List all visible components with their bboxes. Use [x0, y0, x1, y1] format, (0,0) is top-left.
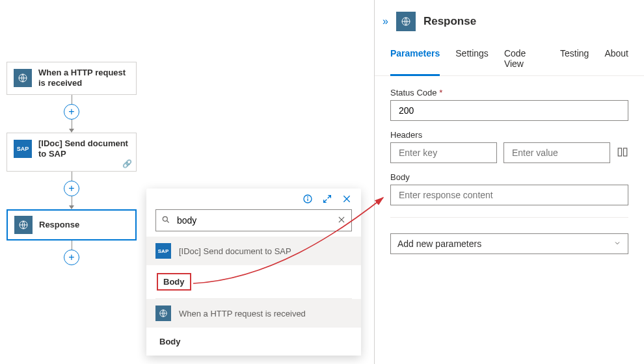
header-key-input[interactable] — [390, 142, 497, 163]
request-trigger-icon — [14, 69, 32, 87]
body-input[interactable] — [390, 185, 628, 205]
tab-parameters[interactable]: Parameters — [390, 46, 440, 76]
tab-about[interactable]: About — [604, 46, 628, 75]
workflow-step-trigger[interactable]: When a HTTP request is received — [7, 62, 137, 95]
search-icon — [161, 215, 170, 226]
dynamic-content-popup: SAP [IDoc] Send document to SAP Body Whe… — [146, 188, 361, 356]
token-item[interactable]: Body — [146, 265, 361, 298]
status-code-field: Status Code * — [390, 88, 628, 121]
field-label: Status Code — [390, 88, 437, 98]
toggle-text-mode-icon[interactable] — [617, 146, 628, 160]
token-group-request[interactable]: When a HTTP request is received — [146, 299, 361, 328]
token-group-sap[interactable]: SAP [IDoc] Send document to SAP — [146, 237, 361, 265]
sap-connector-icon: SAP — [155, 243, 171, 259]
header-value-input[interactable] — [503, 142, 610, 163]
insert-step-button[interactable]: + — [64, 181, 79, 196]
body-token[interactable]: Body — [157, 273, 191, 291]
field-label: Headers — [390, 130, 628, 140]
body-token[interactable]: Body — [157, 335, 183, 348]
search-field[interactable] — [176, 214, 332, 226]
status-code-input[interactable] — [390, 100, 628, 121]
select-label: Add new parameters — [397, 239, 481, 249]
insert-step-button[interactable]: + — [64, 104, 79, 120]
tab-settings[interactable]: Settings — [455, 46, 489, 75]
svg-point-4 — [308, 197, 308, 198]
connector: + — [7, 240, 137, 265]
step-label: Response — [39, 220, 79, 230]
collapse-panel-icon[interactable]: » — [382, 16, 388, 27]
chevron-down-icon — [613, 239, 621, 249]
step-label: [IDoc] Send document to SAP — [38, 138, 129, 160]
clear-search-icon[interactable] — [337, 215, 346, 226]
insert-step-button[interactable]: + — [64, 250, 79, 265]
response-action-icon — [396, 12, 416, 31]
tab-code-view[interactable]: Code View — [504, 46, 544, 75]
tab-testing[interactable]: Testing — [560, 46, 589, 75]
svg-rect-10 — [624, 148, 627, 156]
panel-title: Response — [423, 15, 476, 28]
required-indicator: * — [439, 88, 442, 98]
close-icon[interactable] — [342, 194, 352, 204]
panel-tabs: Parameters Settings Code View Testing Ab… — [375, 40, 644, 76]
info-icon[interactable] — [302, 194, 313, 204]
connector: + — [7, 172, 137, 209]
field-label: Body — [390, 172, 628, 182]
svg-line-6 — [167, 220, 169, 222]
connection-indicator-icon: 🔗 — [122, 159, 132, 168]
response-action-icon — [14, 216, 33, 234]
svg-rect-9 — [618, 148, 621, 156]
token-item[interactable]: Body — [146, 328, 361, 356]
svg-point-5 — [163, 216, 167, 221]
token-group-label: [IDoc] Send document to SAP — [179, 246, 291, 256]
action-settings-panel: » Response Parameters Settings Code View… — [374, 0, 644, 364]
token-group-label: When a HTTP request is received — [179, 309, 306, 318]
body-field: Body — [390, 172, 628, 205]
request-trigger-icon — [155, 306, 171, 321]
workflow-designer: When a HTTP request is received + SAP [I… — [7, 62, 137, 265]
sap-connector-icon: SAP — [14, 140, 32, 158]
step-label: When a HTTP request is received — [38, 68, 129, 89]
workflow-step-sap[interactable]: SAP [IDoc] Send document to SAP 🔗 — [7, 133, 137, 172]
token-search-input[interactable] — [155, 209, 352, 231]
connector: + — [7, 95, 137, 133]
expand-icon[interactable] — [322, 194, 332, 204]
workflow-step-response[interactable]: Response — [7, 209, 137, 240]
add-new-parameters-select[interactable]: Add new parameters — [390, 233, 628, 254]
headers-field: Headers — [390, 130, 628, 163]
divider — [390, 217, 628, 218]
